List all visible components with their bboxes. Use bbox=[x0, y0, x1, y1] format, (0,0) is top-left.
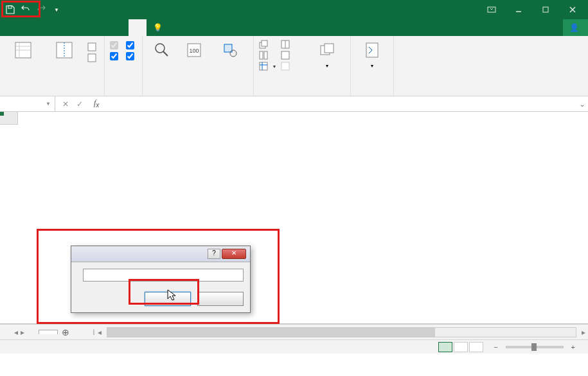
sheet-tab[interactable] bbox=[39, 330, 58, 334]
tab-formulas[interactable] bbox=[75, 19, 93, 36]
tab-pagelayout[interactable] bbox=[57, 19, 75, 36]
custom-views-button[interactable] bbox=[87, 53, 99, 62]
unhide-button bbox=[281, 62, 292, 71]
pagelayout-view-button[interactable] bbox=[87, 42, 99, 51]
qat-dropdown-icon[interactable]: ▼ bbox=[50, 3, 63, 16]
cancel-formula-icon[interactable]: ✕ bbox=[59, 100, 72, 109]
zoom-slider[interactable] bbox=[506, 346, 564, 348]
zoom-button[interactable] bbox=[148, 39, 176, 63]
svg-rect-20 bbox=[260, 51, 263, 59]
svg-line-13 bbox=[163, 51, 168, 56]
svg-rect-27 bbox=[281, 51, 289, 59]
gridlines-checkbox[interactable] bbox=[110, 52, 121, 60]
add-sheet-button[interactable]: ⊕ bbox=[58, 327, 73, 337]
formula-bar: ▼ ✕ ✓ fx ⌄ bbox=[0, 96, 588, 112]
expand-formula-bar-icon[interactable]: ⌄ bbox=[576, 100, 588, 109]
close-icon[interactable] bbox=[560, 1, 585, 19]
ribbon-options-icon[interactable] bbox=[479, 1, 504, 19]
split-button[interactable] bbox=[281, 40, 292, 49]
macros-button[interactable]: ▾ bbox=[356, 39, 388, 70]
minimize-icon[interactable] bbox=[506, 1, 531, 19]
svg-text:100: 100 bbox=[189, 48, 199, 54]
normal-view-button[interactable] bbox=[5, 39, 41, 63]
tab-file[interactable] bbox=[3, 19, 21, 36]
unprotect-sheet-dialog: ? ✕ bbox=[71, 246, 251, 313]
svg-rect-3 bbox=[543, 7, 548, 12]
tab-home[interactable] bbox=[21, 19, 39, 36]
group-label bbox=[148, 93, 248, 94]
dialog-help-icon[interactable]: ? bbox=[208, 249, 220, 259]
svg-point-12 bbox=[156, 44, 165, 53]
svg-rect-22 bbox=[260, 62, 267, 70]
share-button[interactable]: 👤 bbox=[563, 19, 588, 36]
tab-view[interactable] bbox=[129, 19, 147, 36]
switch-windows-button[interactable]: ▾ bbox=[309, 39, 345, 70]
pagelayout-view-icon[interactable] bbox=[454, 342, 468, 352]
title-bar: ▼ bbox=[0, 0, 588, 19]
ok-button[interactable] bbox=[145, 292, 191, 306]
pagebreak-view-icon[interactable] bbox=[469, 342, 483, 352]
svg-rect-11 bbox=[88, 54, 96, 62]
horizontal-scrollbar[interactable] bbox=[107, 327, 576, 337]
share-icon: 👤 bbox=[569, 23, 579, 32]
tab-insert[interactable] bbox=[39, 19, 57, 36]
new-window-button[interactable] bbox=[259, 40, 276, 49]
signin-button[interactable] bbox=[545, 19, 563, 36]
tab-review[interactable] bbox=[111, 19, 129, 36]
status-bar: − + bbox=[0, 339, 588, 354]
group-label bbox=[356, 93, 388, 94]
arrange-all-button[interactable] bbox=[259, 51, 276, 60]
svg-point-17 bbox=[230, 50, 236, 57]
quick-access-toolbar: ▼ bbox=[0, 0, 67, 19]
freeze-panes-button[interactable]: ▾ bbox=[259, 62, 276, 71]
ruler-checkbox bbox=[110, 41, 121, 49]
fx-icon[interactable]: fx bbox=[90, 98, 103, 109]
svg-rect-21 bbox=[264, 51, 267, 59]
sheet-tab-bar: ◂ ▸ ⊕ ⁞ ◂ ▸ bbox=[0, 324, 588, 339]
redo-icon[interactable] bbox=[35, 3, 48, 16]
tell-me-search[interactable]: 💡 bbox=[153, 19, 166, 36]
pagebreak-view-button[interactable] bbox=[46, 39, 82, 63]
svg-rect-28 bbox=[281, 62, 289, 70]
formulabar-checkbox[interactable] bbox=[126, 41, 137, 49]
normal-view-icon[interactable] bbox=[438, 342, 452, 352]
group-label bbox=[110, 93, 137, 94]
zoom-100-button[interactable]: 100 bbox=[181, 39, 207, 63]
tab-data[interactable] bbox=[93, 19, 111, 36]
hide-button[interactable] bbox=[281, 51, 292, 60]
zoom-out-button[interactable]: − bbox=[491, 343, 500, 351]
ribbon: 100 ▾ ▾ ▾ bbox=[0, 36, 588, 96]
save-icon[interactable] bbox=[4, 3, 17, 16]
formula-input[interactable] bbox=[103, 100, 576, 109]
svg-rect-0 bbox=[8, 6, 12, 8]
svg-rect-19 bbox=[262, 40, 267, 46]
undo-icon[interactable] bbox=[19, 3, 32, 16]
fill-handle[interactable] bbox=[0, 112, 4, 116]
sheet-nav[interactable]: ◂ ▸ bbox=[0, 328, 39, 337]
password-input[interactable] bbox=[83, 269, 244, 282]
zoom-selection-button[interactable] bbox=[212, 39, 248, 63]
headings-checkbox[interactable] bbox=[126, 52, 137, 60]
group-label bbox=[259, 93, 345, 94]
cancel-button[interactable] bbox=[197, 292, 244, 306]
maximize-icon[interactable] bbox=[533, 1, 558, 19]
dialog-close-icon[interactable]: ✕ bbox=[222, 249, 246, 259]
name-box[interactable]: ▼ bbox=[0, 96, 55, 111]
svg-rect-30 bbox=[325, 44, 334, 53]
ribbon-tabs: 💡 👤 bbox=[0, 19, 588, 36]
zoom-in-button[interactable]: + bbox=[569, 343, 578, 351]
group-label bbox=[5, 93, 99, 94]
svg-rect-10 bbox=[88, 43, 96, 51]
enter-formula-icon[interactable]: ✓ bbox=[73, 100, 86, 109]
bulb-icon: 💡 bbox=[153, 23, 163, 32]
